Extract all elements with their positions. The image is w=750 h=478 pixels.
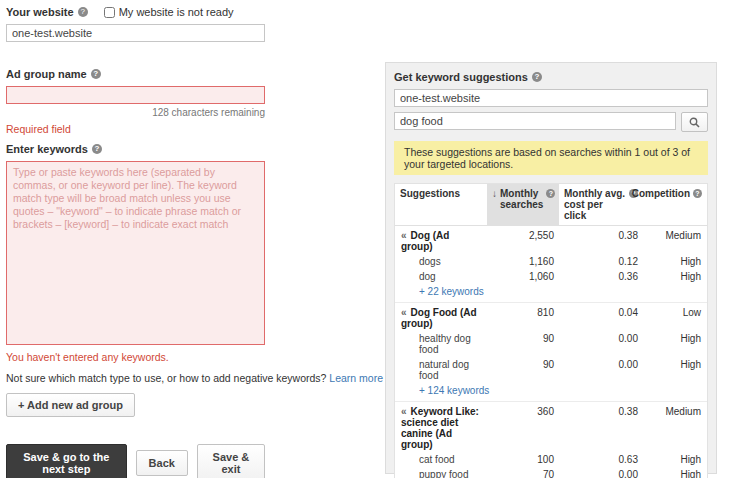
website-label: Your website xyxy=(6,6,74,18)
monthly-searches-value: 1,060 xyxy=(487,271,559,282)
add-to-plan-icon[interactable] xyxy=(401,406,407,417)
cpc-value: 0.00 xyxy=(559,469,643,478)
website-not-ready-label: My website is not ready xyxy=(119,6,234,18)
competition-value: High xyxy=(643,469,707,478)
help-icon[interactable] xyxy=(91,69,101,79)
keyword-suggestions-panel: Get keyword suggestions These suggestion… xyxy=(385,62,717,474)
keyword-name: dog xyxy=(395,271,487,282)
monthly-searches-value: 1,160 xyxy=(487,256,559,267)
keywords-label-row: Enter keywords xyxy=(6,143,265,155)
keyword-name: healthy dog food xyxy=(395,333,487,355)
ad-group-form: Your website My website is not ready Ad … xyxy=(6,6,265,478)
match-type-hint: Not sure which match type to use, or how… xyxy=(6,372,265,384)
suggestion-group: Keyword Like: science diet canine (Ad gr… xyxy=(395,401,707,478)
monthly-searches-value: 90 xyxy=(487,359,559,370)
website-label-row: Your website My website is not ready xyxy=(6,6,265,18)
column-suggestions: Suggestions xyxy=(395,184,487,225)
cpc-value: 0.04 xyxy=(559,307,643,318)
cpc-value: 0.12 xyxy=(559,256,643,267)
suggestions-website-input[interactable] xyxy=(394,89,708,107)
cpc-value: 0.36 xyxy=(559,271,643,282)
keyword-row[interactable]: puppy food700.00High xyxy=(395,467,707,478)
monthly-searches-value: 2,550 xyxy=(487,230,559,241)
monthly-searches-value: 810 xyxy=(487,307,559,318)
competition-value: Medium xyxy=(643,406,707,417)
keywords-textarea[interactable] xyxy=(6,161,265,345)
help-icon[interactable] xyxy=(532,72,542,82)
search-icon xyxy=(689,117,700,128)
keyword-row[interactable]: dogs1,1600.12High xyxy=(395,254,707,269)
enter-keywords-label: Enter keywords xyxy=(6,143,88,155)
column-monthly-searches[interactable]: Monthly searches xyxy=(487,184,559,225)
ad-group-name: Dog Food (Ad group) xyxy=(395,307,487,329)
keyword-name: cat food xyxy=(395,454,487,465)
keyword-search-row xyxy=(394,112,708,132)
ad-group-name-text: Keyword Like: science diet canine (Ad gr… xyxy=(401,406,479,450)
website-not-ready-group: My website is not ready xyxy=(104,6,234,18)
panel-title: Get keyword suggestions xyxy=(394,71,528,83)
website-not-ready-checkbox[interactable] xyxy=(104,7,115,18)
website-input[interactable] xyxy=(6,24,265,42)
ad-group-name: Dog (Ad group) xyxy=(395,230,487,252)
add-new-ad-group-button[interactable]: + Add new ad group xyxy=(6,393,135,417)
suggestion-group: Dog (Ad group)2,5500.38Mediumdogs1,1600.… xyxy=(395,226,707,302)
monthly-searches-value: 100 xyxy=(487,454,559,465)
sort-descending-icon xyxy=(492,188,497,199)
more-keywords-link[interactable]: + 22 keywords xyxy=(395,284,707,300)
monthly-searches-value: 90 xyxy=(487,333,559,344)
keyword-query-input[interactable] xyxy=(394,112,676,130)
competition-value: High xyxy=(643,359,707,370)
column-competition-label: Competition xyxy=(632,188,690,199)
save-next-step-button[interactable]: Save & go to the next step xyxy=(6,444,127,478)
keyword-row[interactable]: healthy dog food900.00High xyxy=(395,331,707,357)
back-button[interactable]: Back xyxy=(136,450,188,476)
competition-value: High xyxy=(643,271,707,282)
chars-remaining-counter: 128 characters remaining xyxy=(6,107,265,118)
learn-more-link[interactable]: Learn more xyxy=(329,372,383,384)
no-keywords-error: You haven't entered any keywords. xyxy=(6,351,265,363)
suggestions-table-body: Dog (Ad group)2,5500.38Mediumdogs1,1600.… xyxy=(395,226,707,478)
competition-value: Low xyxy=(643,307,707,318)
form-action-bar: Save & go to the next step Back Save & e… xyxy=(6,444,265,478)
location-notice: These suggestions are based on searches … xyxy=(394,141,708,175)
search-button[interactable] xyxy=(681,112,708,132)
cpc-value: 0.00 xyxy=(559,333,643,344)
column-monthly-searches-label: Monthly searches xyxy=(500,188,543,210)
column-competition[interactable]: Competition xyxy=(643,184,707,225)
monthly-searches-value: 70 xyxy=(487,469,559,478)
help-icon[interactable] xyxy=(546,189,555,198)
cpc-value: 0.38 xyxy=(559,230,643,241)
ad-group-row[interactable]: Keyword Like: science diet canine (Ad gr… xyxy=(395,404,707,452)
help-icon[interactable] xyxy=(693,189,702,198)
keyword-name: puppy food xyxy=(395,469,487,478)
suggestion-group: Dog Food (Ad group)8100.04Lowhealthy dog… xyxy=(395,302,707,401)
keyword-row[interactable]: natural dog food900.00High xyxy=(395,357,707,383)
help-icon[interactable] xyxy=(92,144,102,154)
ad-group-name-input[interactable] xyxy=(6,86,265,104)
competition-value: High xyxy=(643,454,707,465)
adwords-ad-group-page: Your website My website is not ready Ad … xyxy=(0,0,750,478)
ad-group-row[interactable]: Dog Food (Ad group)8100.04Low xyxy=(395,305,707,331)
ad-group-name: Keyword Like: science diet canine (Ad gr… xyxy=(395,406,487,450)
keyword-row[interactable]: dog1,0600.36High xyxy=(395,269,707,284)
suggestions-table-header: Suggestions Monthly searches Monthly avg… xyxy=(395,184,707,226)
keyword-row[interactable]: cat food1000.63High xyxy=(395,452,707,467)
help-icon[interactable] xyxy=(78,7,88,17)
ad-group-name-text: Dog Food (Ad group) xyxy=(401,307,477,329)
cpc-value: 0.38 xyxy=(559,406,643,417)
add-to-plan-icon[interactable] xyxy=(401,230,407,241)
competition-value: Medium xyxy=(643,230,707,241)
save-exit-button[interactable]: Save & exit xyxy=(197,444,265,478)
ad-group-row[interactable]: Dog (Ad group)2,5500.38Medium xyxy=(395,228,707,254)
column-cost-per-click[interactable]: Monthly avg. cost per click xyxy=(559,184,643,225)
ad-group-name-label: Ad group name xyxy=(6,68,87,80)
required-field-error: Required field xyxy=(6,123,265,135)
keyword-name: dogs xyxy=(395,256,487,267)
more-keywords-link[interactable]: + 124 keywords xyxy=(395,383,707,399)
cpc-value: 0.63 xyxy=(559,454,643,465)
keyword-name: natural dog food xyxy=(395,359,487,381)
cpc-value: 0.00 xyxy=(559,359,643,370)
suggestions-table: Suggestions Monthly searches Monthly avg… xyxy=(394,183,708,478)
competition-value: High xyxy=(643,333,707,344)
add-to-plan-icon[interactable] xyxy=(401,307,407,318)
